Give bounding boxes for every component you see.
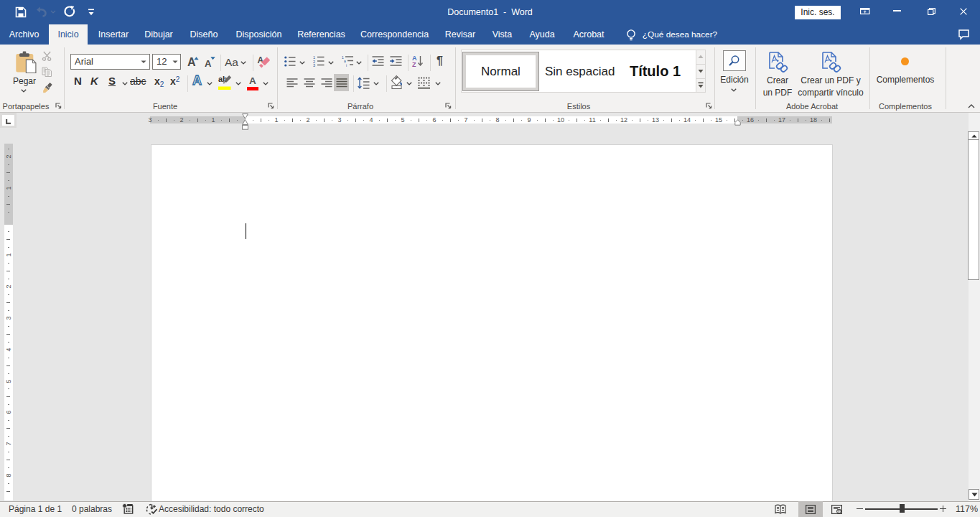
- svg-text:3: 3: [313, 63, 315, 67]
- svg-text:i: i: [346, 63, 347, 67]
- svg-text:Z: Z: [412, 61, 416, 68]
